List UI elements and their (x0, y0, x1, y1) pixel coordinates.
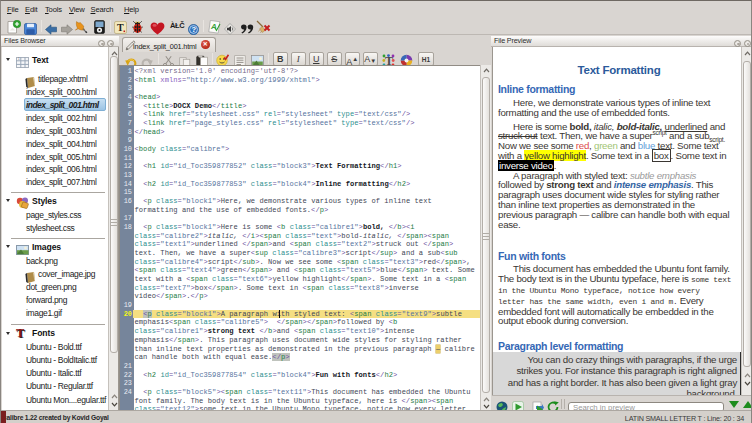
svg-text:T: T (117, 22, 124, 33)
svg-text:?: ? (191, 25, 196, 34)
